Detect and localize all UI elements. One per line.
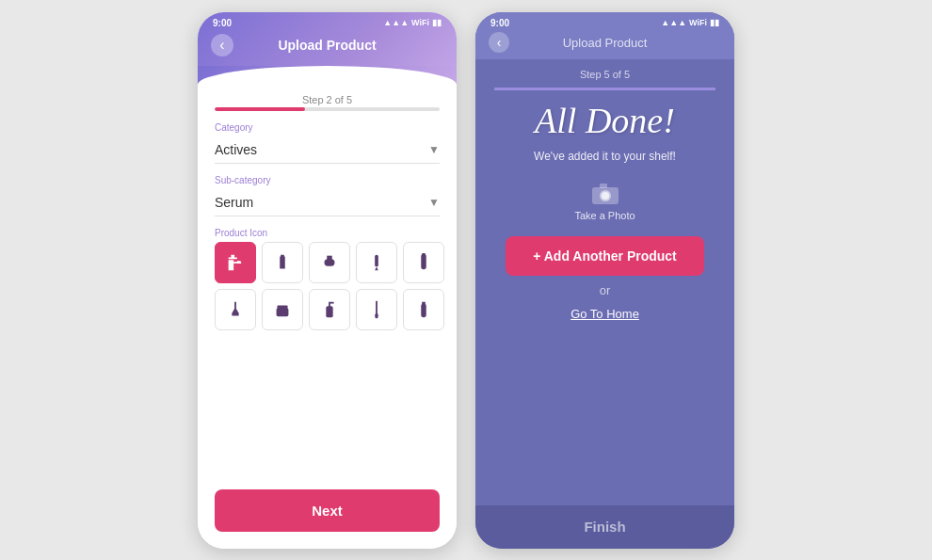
battery-icon: ▮▮ [432, 18, 442, 27]
camera-section[interactable]: Take a Photo [574, 180, 635, 221]
screen2-wifi-icon: WiFi [689, 18, 707, 27]
screen2-progress-fill [494, 88, 715, 90]
screen2-battery-icon: ▮▮ [710, 18, 719, 27]
pump-bottle-icon [319, 299, 340, 320]
screen1-header: 9:00 ▲▲▲ WiFi ▮▮ Upload Product [198, 12, 457, 85]
screen2-header: 9:00 ▲▲▲ WiFi ▮▮ Upload Product [475, 12, 734, 59]
category-field: Category Actives ▼ [215, 122, 440, 164]
category-value: Actives [215, 142, 257, 157]
icon-squeeze[interactable] [403, 242, 444, 283]
icon-grid [215, 242, 440, 330]
added-text: We've added it to your shelf! [534, 150, 676, 163]
subcategory-value: Serum [215, 195, 253, 210]
nav-bar: Upload Product [198, 30, 457, 66]
category-arrow-icon: ▼ [428, 143, 440, 156]
step-text: Step 2 of 5 [215, 94, 440, 105]
camera-icon [590, 180, 620, 206]
wifi-icon: WiFi [411, 18, 429, 27]
product-icon-label: Product Icon [215, 228, 440, 238]
icon-pump-bottle[interactable] [309, 289, 350, 330]
svg-rect-11 [330, 301, 334, 303]
progress-bar [215, 107, 440, 111]
screen2-body: Step 5 of 5 All Done! We've added it to … [475, 59, 734, 505]
jar-icon [272, 299, 293, 320]
svg-rect-12 [376, 300, 378, 314]
svg-rect-5 [421, 253, 426, 269]
progress-fill [215, 107, 305, 111]
screen2-nav-bar: Upload Product [475, 30, 734, 59]
svg-rect-19 [600, 184, 607, 188]
svg-rect-10 [329, 301, 330, 307]
svg-rect-0 [233, 262, 237, 264]
subcategory-select[interactable]: Serum ▼ [215, 189, 440, 216]
screen2-back-button[interactable] [489, 32, 509, 53]
icon-tube[interactable] [309, 242, 350, 283]
category-label: Category [215, 122, 440, 133]
bottle1-icon [272, 252, 293, 273]
icon-dropper[interactable] [356, 242, 397, 283]
icon-slim-dropper[interactable] [356, 289, 397, 330]
screen2-signal-icon: ▲▲▲ [661, 18, 686, 27]
icon-bottle1[interactable] [262, 242, 303, 283]
svg-rect-2 [325, 259, 335, 265]
spray-bottle-icon [225, 252, 246, 273]
finish-button[interactable]: Finish [492, 519, 717, 535]
squeeze-icon [413, 252, 434, 273]
camera-label: Take a Photo [574, 210, 635, 221]
svg-rect-3 [327, 255, 332, 260]
screen2-status-icons: ▲▲▲ WiFi ▮▮ [661, 18, 719, 27]
svg-rect-4 [375, 254, 378, 266]
svg-rect-7 [277, 308, 289, 316]
go-home-link[interactable]: Go To Home [570, 307, 639, 321]
svg-rect-6 [422, 252, 426, 255]
add-product-button[interactable]: + Add Another Product [506, 236, 705, 276]
svg-rect-9 [326, 306, 332, 317]
screen2-phone: 9:00 ▲▲▲ WiFi ▮▮ Upload Product Step 5 o… [475, 12, 734, 549]
or-text: or [600, 283, 611, 297]
screen1-phone: 9:00 ▲▲▲ WiFi ▮▮ Upload Product Step 2 o… [198, 12, 457, 549]
status-bar: 9:00 ▲▲▲ WiFi ▮▮ [198, 12, 457, 30]
all-done-title: All Done! [535, 102, 675, 141]
subcategory-field: Sub-category Serum ▼ [215, 175, 440, 216]
svg-rect-15 [422, 301, 426, 304]
screen1-footer: Next [198, 480, 457, 549]
icon-ampoule[interactable] [215, 289, 256, 330]
icon-travel-bottle[interactable] [403, 289, 444, 330]
subcategory-arrow-icon: ▼ [428, 196, 440, 209]
screen2-header-title: Upload Product [563, 36, 648, 50]
status-icons: ▲▲▲ WiFi ▮▮ [383, 18, 442, 27]
icon-jar[interactable] [262, 289, 303, 330]
svg-point-18 [602, 192, 609, 200]
screen2-footer: Finish [475, 505, 734, 549]
header-title: Upload Product [278, 38, 376, 53]
dropper-icon [366, 252, 387, 273]
header-wave [198, 66, 457, 85]
step-info: Step 2 of 5 [215, 94, 440, 111]
svg-rect-1 [280, 256, 285, 257]
screen2-step-text: Step 5 of 5 [580, 69, 630, 80]
screen2-status-bar: 9:00 ▲▲▲ WiFi ▮▮ [475, 12, 734, 30]
back-button[interactable] [211, 34, 233, 56]
category-select[interactable]: Actives ▼ [215, 136, 440, 164]
travel-bottle-icon [413, 299, 434, 320]
product-icon-section: Product Icon [215, 228, 440, 330]
icon-spray-bottle[interactable] [215, 242, 256, 283]
ampoule-icon [225, 299, 246, 320]
subcategory-label: Sub-category [215, 175, 440, 185]
svg-rect-8 [278, 305, 288, 309]
screen2-progress-bar [494, 88, 715, 90]
svg-point-13 [375, 312, 378, 318]
tube-icon [319, 252, 340, 273]
screen1-body: Step 2 of 5 Category Actives ▼ Sub-categ… [198, 85, 457, 480]
status-time: 9:00 [213, 18, 232, 28]
svg-rect-14 [421, 303, 426, 317]
signal-icon: ▲▲▲ [383, 18, 409, 27]
slim-dropper-icon [366, 299, 387, 320]
screen2-status-time: 9:00 [490, 18, 509, 28]
next-button[interactable]: Next [215, 489, 440, 532]
